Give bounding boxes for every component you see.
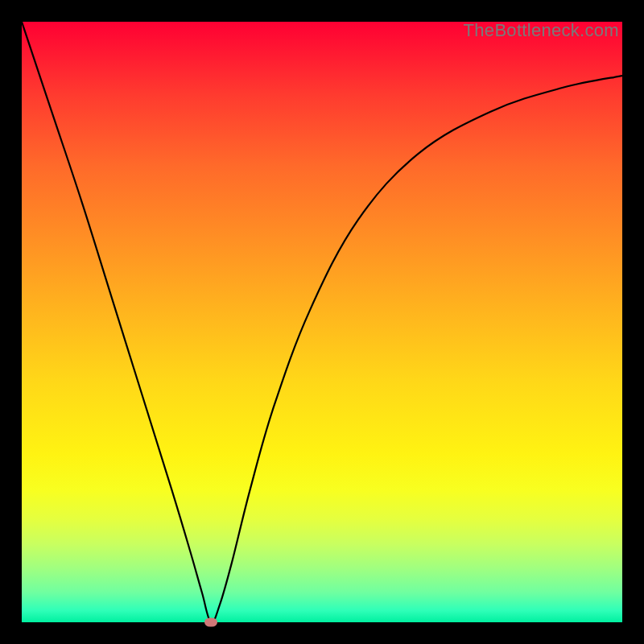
plot-area xyxy=(22,22,622,622)
minimum-marker xyxy=(204,618,217,627)
bottleneck-curve xyxy=(22,22,622,622)
watermark-label: TheBottleneck.com xyxy=(464,20,619,41)
chart-frame: TheBottleneck.com xyxy=(0,0,644,644)
